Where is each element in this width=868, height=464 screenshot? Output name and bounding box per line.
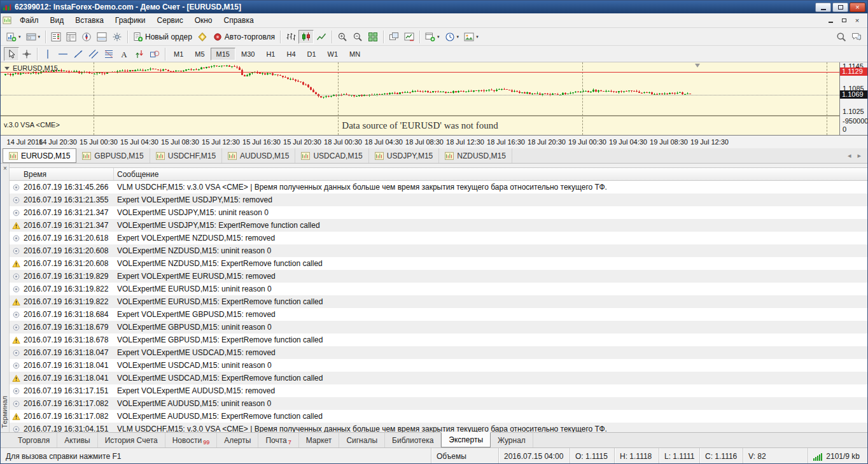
- log-row[interactable]: 2016.07.19 16:31:17.151Expert VOLExpertM…: [10, 384, 867, 397]
- log-row[interactable]: 2016.07.19 16:31:20.608VOLExpertME NZDUS…: [10, 244, 867, 257]
- autotrading-button[interactable]: Авто-торговля: [210, 30, 277, 44]
- timeframe-m30-button[interactable]: M30: [235, 48, 260, 60]
- chart-line-button[interactable]: [314, 30, 329, 44]
- terminal-tab-exposure[interactable]: Активы: [57, 433, 98, 447]
- indicators-button[interactable]: ▾: [423, 30, 442, 44]
- horizontal-line-button[interactable]: [55, 47, 71, 61]
- timeframe-h4-button[interactable]: H4: [281, 48, 301, 60]
- child-restore-button[interactable]: [838, 16, 850, 25]
- terminal-tab-news[interactable]: Новости99: [165, 433, 217, 447]
- close-button[interactable]: ×: [850, 3, 865, 12]
- track-chart-button[interactable]: [402, 30, 417, 44]
- terminal-tab-mailbox[interactable]: Почта7: [258, 433, 298, 447]
- log-row[interactable]: 2016.07.19 16:31:19.829Expert VOLExpertM…: [10, 270, 867, 283]
- zoom-in-button[interactable]: [335, 30, 350, 44]
- navigator-button[interactable]: [79, 30, 94, 44]
- crosshair-button[interactable]: [19, 47, 34, 61]
- cursor-button[interactable]: [4, 47, 19, 61]
- log-row[interactable]: 2016.07.19 16:31:18.684Expert VOLExpertM…: [10, 308, 867, 321]
- new-chart-button[interactable]: ▾: [4, 30, 24, 44]
- one-click-trading-arrow-icon[interactable]: [4, 67, 10, 70]
- price-axis[interactable]: 1.11451.11291.10851.10691.1025-95000000: [839, 62, 868, 135]
- restore-button[interactable]: [832, 3, 848, 12]
- menu-charts[interactable]: Графики: [109, 13, 151, 27]
- terminal-tab-trade[interactable]: Торговля: [11, 433, 57, 447]
- log-row[interactable]: 2016.07.19 16:31:19.822VOLExpertME EURUS…: [10, 295, 867, 308]
- terminal-tab-alerts[interactable]: Алерты: [217, 433, 258, 447]
- timeframe-m1-button[interactable]: M1: [168, 48, 189, 60]
- time-axis[interactable]: 14 Jul 201614 Jul 20:3015 Jul 00:3015 Ju…: [1, 135, 867, 148]
- menu-window[interactable]: Окно: [189, 13, 218, 27]
- strategy-tester-button[interactable]: [109, 30, 125, 44]
- data-window-button[interactable]: [64, 30, 79, 44]
- chart-tab-usdcad-m15[interactable]: USDCAD,M15: [295, 148, 368, 163]
- text-label-button[interactable]: A: [116, 47, 132, 61]
- terminal-tab-signals[interactable]: Сигналы: [339, 433, 385, 447]
- log-row[interactable]: 2016.07.19 16:31:18.041VOLExpertME USDCA…: [10, 359, 867, 372]
- menu-tools[interactable]: Сервис: [151, 13, 189, 27]
- log-row[interactable]: 2016.07.19 16:31:45.266VLM USDCHF,M15: v…: [10, 181, 867, 193]
- indicator-subwindow[interactable]: v.3.0 VSA <CME> Data source of 'EURUSD' …: [1, 116, 839, 135]
- chart-tab-nzdusd-m15[interactable]: NZDUSD,M15: [439, 148, 512, 163]
- shapes-button[interactable]: [147, 47, 162, 61]
- terminal-tab-market[interactable]: Маркет: [299, 433, 340, 447]
- profiles-button[interactable]: ▾: [24, 30, 43, 44]
- community-chat-button[interactable]: [849, 30, 864, 44]
- timeframe-w1-button[interactable]: W1: [322, 48, 344, 60]
- timeframe-m5-button[interactable]: M5: [189, 48, 210, 60]
- log-row[interactable]: 2016.07.19 16:31:04.151VLM USDCHF,M15: v…: [10, 423, 867, 432]
- menu-insert[interactable]: Вставка: [69, 13, 109, 27]
- templates-button[interactable]: ▾: [461, 30, 481, 44]
- timeframe-d1-button[interactable]: D1: [302, 48, 322, 60]
- market-watch-button[interactable]: [48, 30, 64, 44]
- terminal-tab-library[interactable]: Библиотека: [385, 433, 441, 447]
- log-row[interactable]: 2016.07.19 16:31:20.608VOLExpertME NZDUS…: [10, 257, 867, 270]
- zoom-out-button[interactable]: [350, 30, 365, 44]
- chart-tab-eurusd-m15[interactable]: EURUSD,M15: [3, 148, 76, 163]
- chart-tab-usdchf-m15[interactable]: USDCHF,M15: [150, 148, 222, 163]
- arrow-objects-button[interactable]: [132, 47, 147, 61]
- log-row[interactable]: 2016.07.19 16:31:18.678VOLExpertME GBPUS…: [10, 334, 867, 346]
- log-row[interactable]: 2016.07.19 16:31:21.347VOLExpertME USDJP…: [10, 219, 867, 232]
- log-row[interactable]: 2016.07.19 16:31:19.822VOLExpertME EURUS…: [10, 283, 867, 295]
- periods-button[interactable]: ▾: [442, 30, 462, 44]
- auto-arrange-button[interactable]: [386, 30, 402, 44]
- child-minimize-button[interactable]: [825, 16, 836, 25]
- child-close-button[interactable]: ×: [851, 16, 863, 25]
- metaeditor-button[interactable]: [195, 30, 210, 44]
- new-order-button[interactable]: Новый ордер: [130, 30, 195, 44]
- vertical-line-button[interactable]: [40, 47, 55, 61]
- terminal-toggle-button[interactable]: [94, 30, 109, 44]
- minimize-button[interactable]: [815, 3, 831, 12]
- terminal-tab-account-history[interactable]: История Счета: [98, 433, 165, 447]
- log-row[interactable]: 2016.07.19 16:31:17.082VOLExpertME AUDUS…: [10, 397, 867, 410]
- chart-candles-button[interactable]: [298, 30, 314, 44]
- timeframe-h1-button[interactable]: H1: [260, 48, 281, 60]
- menu-file[interactable]: Файл: [14, 13, 45, 27]
- timeframe-m15-button[interactable]: M15: [211, 48, 235, 60]
- log-header-message[interactable]: Сообщение: [114, 168, 867, 180]
- menu-help[interactable]: Справка: [218, 13, 260, 27]
- terminal-tab-journal[interactable]: Журнал: [491, 433, 533, 447]
- chart-bars-button[interactable]: [283, 30, 298, 44]
- log-row[interactable]: 2016.07.19 16:31:21.347VOLExpertME USDJP…: [10, 206, 867, 219]
- log-row[interactable]: 2016.07.19 16:31:18.047Expert VOLExpertM…: [10, 346, 867, 359]
- chart-tab-audusd-m15[interactable]: AUDUSD,M15: [222, 148, 295, 163]
- log-row[interactable]: 2016.07.19 16:31:21.355Expert VOLExpertM…: [10, 193, 867, 206]
- search-button[interactable]: [834, 30, 849, 44]
- log-row[interactable]: 2016.07.19 16:31:18.679VOLExpertME GBPUS…: [10, 321, 867, 334]
- terminal-tab-experts[interactable]: Эксперты: [441, 432, 491, 447]
- trendline-button[interactable]: [71, 47, 86, 61]
- equidistant-channel-button[interactable]: [86, 47, 101, 61]
- terminal-close-button[interactable]: ×: [1, 165, 10, 172]
- chart-tab-gbpusd-m15[interactable]: GBPUSD,M15: [76, 148, 150, 163]
- chart-plot[interactable]: EURUSD,M15 v.3.0 VSA <CME> Data source o…: [1, 62, 839, 135]
- log-row[interactable]: 2016.07.19 16:31:17.082VOLExpertME AUDUS…: [10, 410, 867, 423]
- chart-tab-usdjpy-m15[interactable]: USDJPY,M15: [369, 148, 439, 163]
- log-row[interactable]: 2016.07.19 16:31:18.041VOLExpertME USDCA…: [10, 372, 867, 384]
- fibonacci-retracement-button[interactable]: [101, 47, 116, 61]
- log-header-time[interactable]: Время: [10, 168, 114, 180]
- tile-windows-button[interactable]: [365, 30, 381, 44]
- menu-view[interactable]: Вид: [45, 13, 70, 27]
- log-row[interactable]: 2016.07.19 16:31:20.618Expert VOLExpertM…: [10, 232, 867, 244]
